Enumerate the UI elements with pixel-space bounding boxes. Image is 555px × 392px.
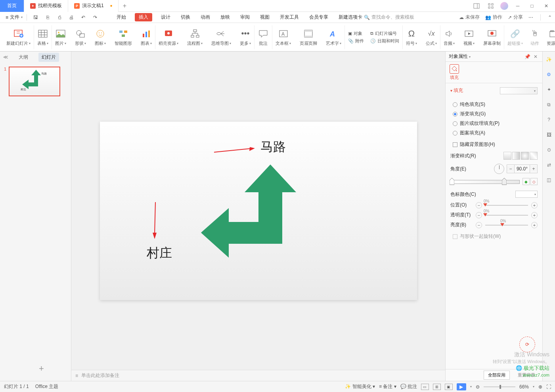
text-road[interactable]: 马路: [260, 138, 286, 156]
tab-template[interactable]: ✦ 找稻壳模板: [24, 0, 68, 12]
ribbon-wordart[interactable]: A 艺术字▾: [323, 25, 345, 49]
ribbon-header-footer[interactable]: 页眉页脚: [297, 25, 320, 49]
redo-icon[interactable]: ↷: [91, 13, 99, 21]
ribbon-annotate[interactable]: 批注: [255, 25, 272, 49]
tab-outline[interactable]: 大纲: [15, 53, 31, 62]
transparency-thumb[interactable]: [483, 213, 487, 216]
reading-mode-icon[interactable]: [472, 1, 481, 11]
text-village[interactable]: 村庄: [147, 245, 172, 262]
green-bent-arrow[interactable]: [201, 164, 304, 272]
position-slider[interactable]: 0%: [485, 205, 528, 206]
gradient-track[interactable]: [450, 180, 520, 184]
collapse-ribbon-icon[interactable]: ⌃: [548, 15, 552, 20]
remove-stop-button[interactable]: ◇: [530, 178, 538, 185]
ribbon-more[interactable]: ••• 更多▾: [237, 25, 255, 49]
grad-style-4[interactable]: [530, 152, 538, 160]
beautify-button[interactable]: ✨ 智能美化 ▾: [345, 383, 375, 390]
tab-insert[interactable]: 插入: [135, 13, 152, 21]
view-sorter-icon[interactable]: ⊞: [433, 384, 441, 390]
radio-gradient-fill[interactable]: 渐变填充(G): [453, 111, 538, 117]
ribbon-flowchart[interactable]: 流程图▾: [184, 25, 206, 49]
collapse-panel-icon[interactable]: ≪: [3, 54, 8, 60]
angle-value[interactable]: 90.0°: [514, 165, 530, 173]
zoom-out-icon[interactable]: ⊖: [476, 384, 480, 390]
grad-style-3[interactable]: [521, 152, 529, 160]
brightness-decrement[interactable]: −: [476, 222, 482, 228]
view-reading-icon[interactable]: ▣: [445, 384, 453, 390]
share-button[interactable]: ↗分享: [508, 14, 523, 21]
tab-member[interactable]: 会员专享: [308, 13, 330, 21]
transparency-decrement[interactable]: −: [476, 212, 482, 218]
tab-devtools[interactable]: 开发工具: [278, 13, 300, 21]
ribbon-template-res[interactable]: 稻壳资源▾: [155, 25, 182, 49]
zoom-in-icon[interactable]: ⊕: [538, 384, 542, 390]
tab-transition[interactable]: 切换: [179, 13, 192, 21]
datetime-button[interactable]: 🕓日期和时间: [370, 38, 399, 44]
print-icon[interactable]: ⎙: [56, 13, 63, 21]
transparency-slider[interactable]: 0%: [485, 215, 528, 216]
position-decrement[interactable]: −: [476, 202, 482, 208]
rsb-design-icon[interactable]: ✨: [545, 55, 553, 63]
radio-solid-fill[interactable]: 纯色填充(S): [453, 101, 538, 108]
stop-color-picker[interactable]: ▾: [515, 191, 538, 198]
user-avatar[interactable]: [500, 2, 508, 10]
rsb-layout-icon[interactable]: ⧉: [545, 101, 553, 109]
apps-icon[interactable]: [486, 1, 496, 11]
checkbox-hide-bg[interactable]: 隐藏背景图形(H): [453, 141, 538, 148]
brightness-increment[interactable]: +: [531, 222, 538, 228]
view-normal-icon[interactable]: ▭: [421, 384, 429, 390]
more-menu[interactable]: ⋯: [528, 15, 533, 20]
angle-increment[interactable]: +: [530, 166, 537, 172]
ribbon-audio[interactable]: 音频▾: [440, 25, 458, 49]
print-preview-icon[interactable]: 🖨: [67, 13, 75, 21]
tab-animation[interactable]: 动画: [199, 13, 212, 21]
tab-view[interactable]: 视图: [258, 13, 271, 21]
fill-preview-dropdown[interactable]: ▾: [500, 87, 538, 94]
grad-style-2[interactable]: [512, 152, 520, 160]
tab-add-button[interactable]: +: [119, 2, 130, 10]
rsb-cube-icon[interactable]: ◫: [545, 176, 553, 184]
ribbon-video[interactable]: 视频▾: [460, 25, 478, 49]
floating-assistant[interactable]: ⟳: [519, 337, 535, 352]
tab-design[interactable]: 设计: [159, 13, 172, 21]
ribbon-symbol[interactable]: Ω 符号▾: [403, 25, 420, 49]
rsb-image-icon[interactable]: 🖼: [545, 131, 553, 139]
rsb-properties-icon[interactable]: ⚙: [545, 71, 553, 78]
fit-screen-icon[interactable]: ⛶: [546, 384, 551, 390]
thumbnail-1[interactable]: 1 马路 村庄: [4, 67, 67, 96]
ribbon-formula[interactable]: √x 公式▾: [423, 25, 440, 49]
gradient-stop-1[interactable]: [450, 178, 454, 185]
transparency-increment[interactable]: +: [531, 212, 538, 218]
file-menu[interactable]: ≡ 文件 ▾: [3, 14, 25, 21]
brightness-slider[interactable]: 0%: [485, 225, 528, 226]
play-dropdown[interactable]: ▾: [470, 385, 472, 388]
ribbon-screen-record[interactable]: 屏幕录制: [480, 25, 504, 49]
section-fill-title[interactable]: 填充 ▾: [450, 87, 538, 94]
ribbon-textbox[interactable]: A 文本框▾: [272, 25, 294, 49]
tab-document[interactable]: P 演示文稿1 •: [68, 0, 119, 12]
radio-picture-fill[interactable]: 图片或纹理填充(P): [453, 120, 538, 127]
attachment-button[interactable]: 📎附件: [348, 38, 364, 44]
ribbon-shape[interactable]: 形状▾: [72, 25, 89, 49]
ribbon-hyperlink[interactable]: 🔗 超链接▾: [504, 25, 526, 49]
pin-icon[interactable]: 📌: [523, 54, 532, 59]
search-box[interactable]: 🔍 查找命令、搜索模板: [364, 14, 414, 21]
grad-style-1[interactable]: [503, 152, 511, 160]
collab-button[interactable]: 👥协作: [485, 14, 502, 21]
ribbon-smartart[interactable]: 智能图形: [111, 25, 135, 49]
tab-home[interactable]: 首页: [0, 0, 24, 12]
slide-number-button[interactable]: ⧉幻灯片编号: [370, 31, 399, 36]
zoom-value[interactable]: 66%: [519, 384, 529, 390]
save-icon[interactable]: 🖫: [32, 13, 40, 21]
ribbon-image[interactable]: 图片▾: [52, 25, 69, 49]
ribbon-chart[interactable]: 图表▾: [138, 25, 155, 49]
unsaved-button[interactable]: ☁未保存: [459, 14, 480, 21]
slide-canvas[interactable]: 马路 村庄: [100, 122, 417, 300]
gradient-stop-2[interactable]: [502, 178, 507, 185]
rsb-star-icon[interactable]: ✦: [545, 86, 553, 94]
position-thumb[interactable]: [483, 203, 487, 207]
notes-bar[interactable]: ≡ 单击此处添加备注: [71, 370, 445, 381]
close-button[interactable]: ✕: [542, 1, 551, 11]
notes-button[interactable]: ≡ 备注 ▾: [379, 383, 396, 390]
add-slide-button[interactable]: +: [32, 356, 51, 381]
